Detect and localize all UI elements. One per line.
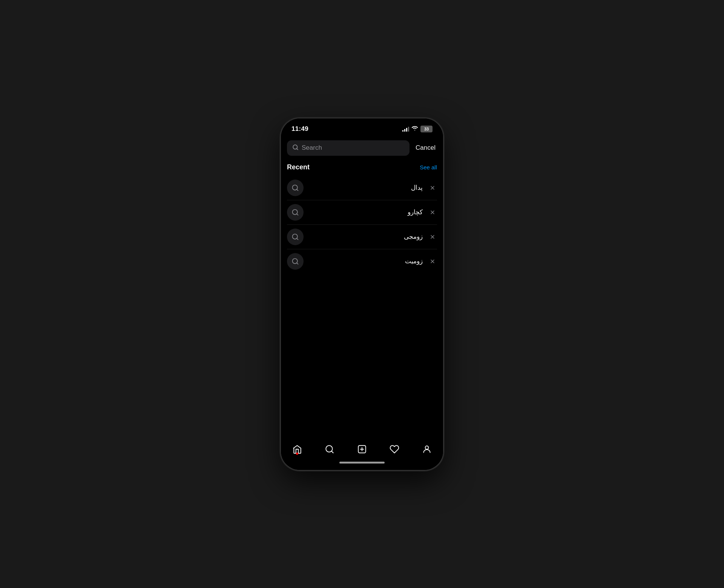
search-area: Search Cancel [281,137,443,160]
search-nav-icon [325,444,334,454]
svg-line-3 [297,189,298,190]
recent-items-list: پدال کچارو [281,176,443,438]
svg-line-11 [297,238,298,239]
recent-item-text-3: زومجی [309,233,423,241]
nav-item-home[interactable] [286,443,308,456]
svg-line-15 [297,263,298,264]
cancel-button[interactable]: Cancel [414,144,437,152]
nav-item-profile[interactable] [416,443,438,456]
home-notification-dot [296,453,298,455]
nav-item-activity[interactable] [383,443,405,456]
heart-icon [390,444,399,454]
search-history-icon-4 [287,253,304,270]
see-all-button[interactable]: See all [420,164,437,170]
recent-title: Recent [287,163,310,171]
signal-bars-icon [402,126,409,132]
battery-icon: 33 [420,126,433,132]
status-time: 11:49 [291,125,308,133]
signal-bar-3 [406,128,407,132]
remove-item-4-button[interactable] [428,257,437,266]
svg-line-19 [331,451,333,453]
wifi-icon [411,126,418,132]
remove-item-1-button[interactable] [428,183,437,192]
recent-item-text-4: زومیت [309,257,423,265]
svg-line-7 [297,213,298,215]
phone-frame: 11:49 33 [281,118,443,470]
search-placeholder: Search [302,144,322,152]
bottom-nav [281,438,443,459]
phone-screen: 11:49 33 [281,118,443,470]
recent-item-text-1: پدال [309,184,423,192]
profile-icon [422,444,432,454]
add-icon [357,444,367,454]
list-item[interactable]: پدال [281,176,443,200]
search-input-container[interactable]: Search [287,140,410,156]
signal-bar-2 [404,129,405,132]
battery-level: 33 [424,127,429,131]
recent-item-text-2: کچارو [309,208,423,216]
list-item[interactable]: زومجی [281,225,443,249]
recent-header: Recent See all [281,160,443,176]
home-bar [339,462,385,464]
nav-item-add[interactable] [351,443,373,456]
svg-line-1 [297,148,298,149]
remove-item-2-button[interactable] [428,208,437,217]
status-bar: 11:49 33 [281,118,443,137]
home-indicator [281,459,443,470]
nav-item-search[interactable] [319,443,341,456]
search-history-icon-2 [287,204,304,221]
search-icon [292,144,299,152]
remove-item-3-button[interactable] [428,232,437,241]
search-history-icon-1 [287,180,304,196]
list-item[interactable]: زومیت [281,249,443,273]
signal-bar-4 [408,127,409,132]
signal-bar-1 [402,130,403,132]
search-history-icon-3 [287,229,304,245]
list-item[interactable]: کچارو [281,200,443,224]
svg-point-23 [425,446,429,449]
status-icons: 33 [402,126,433,132]
